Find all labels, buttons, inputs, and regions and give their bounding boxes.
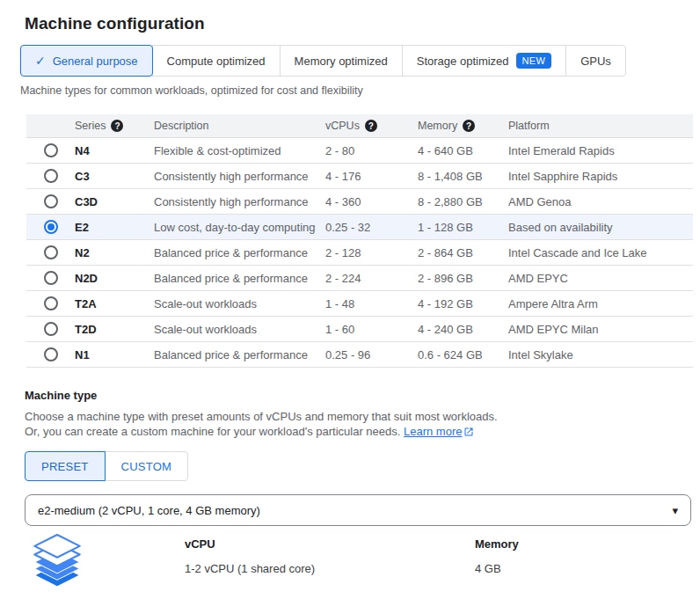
series-table-body: N4 Flexible & cost-optimized 2 - 80 4 - … [26, 138, 693, 368]
header-memory-label: Memory [418, 120, 457, 132]
series-radio[interactable] [44, 143, 58, 157]
table-row[interactable]: N4 Flexible & cost-optimized 2 - 80 4 - … [26, 138, 693, 164]
preset-button[interactable]: PRESET [25, 451, 106, 481]
header-memory: Memory ? [418, 120, 508, 132]
tab-compute-optimized[interactable]: Compute optimized [152, 45, 281, 77]
preset-custom-toggle: PRESET CUSTOM [25, 451, 188, 481]
series-platform: AMD EPYC [508, 272, 693, 285]
vcpu-value: 1-2 vCPU (1 shared core) [185, 562, 475, 575]
series-description: Balanced price & performance [154, 246, 325, 259]
machine-family-tabbar: ✓ General purpose Compute optimized Memo… [20, 45, 626, 77]
tab-label: Compute optimized [167, 55, 266, 68]
series-radio-cell [26, 194, 75, 208]
series-name: N1 [75, 348, 154, 361]
tab-label: GPUs [580, 55, 611, 68]
help-icon[interactable]: ? [365, 120, 377, 132]
tab-general-purpose[interactable]: ✓ General purpose [20, 45, 153, 77]
check-icon: ✓ [35, 54, 46, 68]
series-vcpus: 1 - 48 [325, 297, 418, 310]
series-vcpus: 0.25 - 32 [325, 221, 418, 234]
table-row[interactable]: T2D Scale-out workloads 1 - 60 4 - 240 G… [26, 317, 693, 342]
series-radio[interactable] [44, 322, 58, 336]
learn-more-link[interactable]: Learn more [404, 425, 462, 438]
series-radio[interactable] [44, 245, 58, 259]
series-radio[interactable] [44, 169, 58, 183]
vcpu-label: vCPU [185, 537, 475, 551]
tab-description: Machine types for common workloads, opti… [20, 84, 693, 97]
machine-type-heading: Machine type [25, 389, 693, 402]
tab-storage-optimized[interactable]: Storage optimized NEW [402, 45, 566, 77]
series-memory: 0.6 - 624 GB [418, 348, 508, 361]
series-description: Balanced price & performance [154, 272, 325, 285]
series-memory: 8 - 2,880 GB [418, 195, 508, 208]
series-table-header: Series ? Description vCPUs ? Memory ? Pl… [26, 114, 693, 138]
series-name: N2D [75, 272, 154, 285]
machine-configuration-panel: Machine configuration ✓ General purpose … [0, 0, 700, 606]
series-radio-cell [26, 169, 75, 183]
series-radio[interactable] [44, 220, 58, 234]
series-name: C3 [75, 170, 154, 183]
series-platform: Intel Sapphire Rapids [508, 170, 693, 183]
series-vcpus: 2 - 128 [325, 246, 418, 259]
series-platform: Intel Cascade and Ice Lake [508, 246, 693, 259]
series-radio-cell [26, 296, 75, 310]
series-description: Flexible & cost-optimized [154, 144, 325, 157]
series-name: C3D [75, 195, 154, 208]
series-name: N2 [75, 246, 154, 259]
series-name: N4 [75, 144, 154, 157]
table-row[interactable]: E2 Low cost, day-to-day computing 0.25 -… [26, 215, 693, 240]
header-vcpus: vCPUs ? [325, 120, 418, 132]
series-memory: 4 - 240 GB [418, 323, 508, 336]
series-description: Scale-out workloads [154, 297, 325, 310]
series-vcpus: 4 - 176 [325, 170, 418, 183]
vcpu-detail: vCPU 1-2 vCPU (1 shared core) [185, 532, 475, 575]
machine-type-select[interactable]: e2-medium (2 vCPU, 1 core, 4 GB memory) … [25, 494, 691, 526]
header-platform: Platform [508, 120, 693, 132]
help-icon[interactable]: ? [463, 120, 475, 132]
external-link-icon [463, 426, 474, 441]
series-name: T2A [75, 297, 154, 310]
series-description: Balanced price & performance [154, 348, 325, 361]
series-description: Consistently high performance [154, 195, 325, 208]
series-memory: 4 - 640 GB [418, 144, 508, 157]
series-radio[interactable] [44, 296, 58, 310]
memory-value: 4 GB [475, 562, 519, 575]
table-row[interactable]: N2 Balanced price & performance 2 - 128 … [26, 240, 693, 266]
custom-button[interactable]: CUSTOM [105, 451, 189, 481]
machine-type-description-line2-text: Or, you can create a custom machine for … [25, 425, 400, 438]
table-row[interactable]: C3 Consistently high performance 4 - 176… [26, 164, 693, 189]
header-series: Series ? [75, 120, 154, 132]
series-radio-cell [26, 143, 75, 157]
header-description: Description [154, 120, 325, 132]
header-vcpus-label: vCPUs [325, 120, 360, 132]
machine-type-description-line2: Or, you can create a custom machine for … [25, 424, 693, 441]
table-row[interactable]: N1 Balanced price & performance 0.25 - 9… [26, 342, 693, 368]
help-icon[interactable]: ? [111, 120, 123, 132]
series-description: Low cost, day-to-day computing [154, 221, 325, 234]
series-memory: 4 - 192 GB [418, 297, 508, 310]
machine-type-layers-icon [25, 532, 185, 592]
page-title: Machine configuration [25, 14, 693, 33]
series-radio-cell [26, 220, 75, 234]
series-radio[interactable] [44, 194, 58, 208]
machine-details: vCPU 1-2 vCPU (1 shared core) Memory 4 G… [25, 532, 693, 592]
series-name: T2D [75, 323, 154, 336]
series-memory: 8 - 1,408 GB [418, 170, 508, 183]
table-row[interactable]: N2D Balanced price & performance 2 - 224… [26, 266, 693, 291]
table-row[interactable]: C3D Consistently high performance 4 - 36… [26, 189, 693, 215]
tab-gpus[interactable]: GPUs [565, 45, 626, 77]
table-row[interactable]: T2A Scale-out workloads 1 - 48 4 - 192 G… [26, 291, 693, 317]
tab-memory-optimized[interactable]: Memory optimized [280, 45, 403, 77]
series-memory: 2 - 864 GB [418, 246, 508, 259]
series-vcpus: 1 - 60 [325, 323, 418, 336]
series-vcpus: 2 - 224 [325, 272, 418, 285]
series-vcpus: 2 - 80 [325, 144, 418, 157]
series-platform: AMD EPYC Milan [508, 323, 693, 336]
tab-label: Memory optimized [295, 55, 388, 68]
series-table: Series ? Description vCPUs ? Memory ? Pl… [26, 114, 693, 368]
machine-type-select-value: e2-medium (2 vCPU, 1 core, 4 GB memory) [38, 504, 672, 517]
series-memory: 1 - 128 GB [418, 221, 508, 234]
series-radio[interactable] [44, 347, 58, 361]
series-radio[interactable] [44, 271, 58, 285]
series-vcpus: 0.25 - 96 [325, 348, 418, 361]
